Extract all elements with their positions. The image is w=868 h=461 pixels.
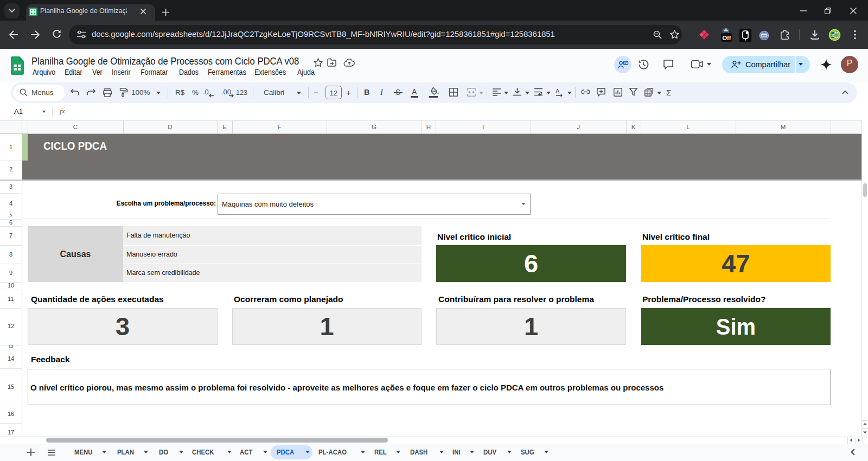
svg-text:Web: Web [762, 34, 767, 37]
svg-text:X: X [832, 33, 834, 38]
svg-text:A: A [556, 88, 560, 94]
svg-text:Off: Off [723, 35, 731, 41]
